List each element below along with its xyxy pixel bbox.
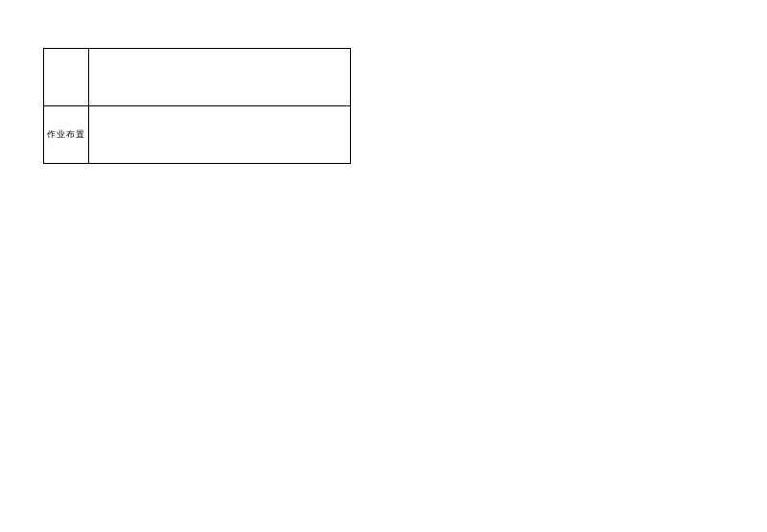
document-table-container: 作业布置 <box>43 48 351 164</box>
table-cell-label: 作业布置 <box>44 106 89 164</box>
table-cell-label <box>44 49 89 106</box>
document-table: 作业布置 <box>43 48 351 164</box>
table-cell-content <box>89 106 351 164</box>
table-row <box>44 49 351 106</box>
table-row: 作业布置 <box>44 106 351 164</box>
table-cell-content <box>89 49 351 106</box>
